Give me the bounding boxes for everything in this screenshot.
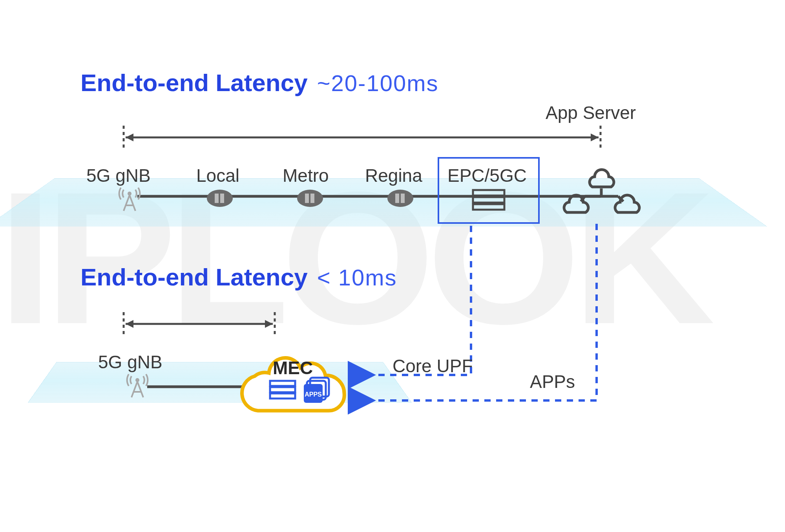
dashed-flows: [0, 0, 785, 532]
core-upf-label: Core UPF: [392, 355, 473, 377]
apps-flow-label: APPs: [530, 371, 575, 392]
